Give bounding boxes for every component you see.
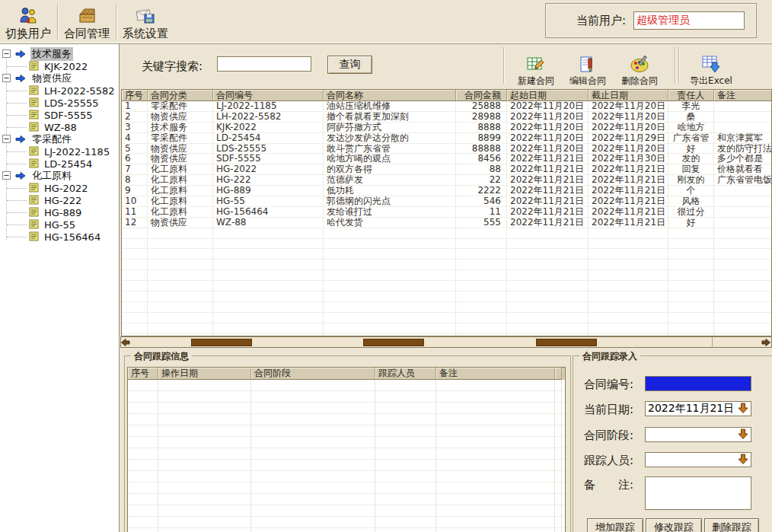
expand-minus-icon[interactable] xyxy=(2,135,11,143)
delete-contract-button[interactable]: 删除合同 xyxy=(614,47,665,87)
contract-row[interactable]: 2物资供应LH-2022-5582撤个看就看更加深刻289882022年11月2… xyxy=(122,112,771,123)
column-header[interactable]: 序号 xyxy=(122,90,148,101)
column-header[interactable]: 备注 xyxy=(714,90,772,101)
column-header[interactable] xyxy=(555,368,562,380)
contract-row[interactable] xyxy=(122,270,771,281)
current-date-field[interactable] xyxy=(645,401,751,416)
tracking-row[interactable] xyxy=(128,380,565,391)
tracker-select[interactable] xyxy=(645,452,751,467)
switch-user-button[interactable]: 切换用户 xyxy=(0,0,56,43)
tree-node-lds-25555[interactable]: LDS-25555 xyxy=(0,97,119,109)
horizontal-scrollbar[interactable] xyxy=(120,336,772,348)
tree-category-2[interactable]: 物资供应 xyxy=(0,72,119,84)
contract-row[interactable]: 7化工原料HG-2022的双方各得882022年11月21日2022年11月21… xyxy=(122,164,771,175)
modify-tracking-button[interactable]: 修改跟踪 xyxy=(646,518,702,532)
tracking-row[interactable] xyxy=(128,460,565,471)
remark-textarea[interactable] xyxy=(645,476,751,510)
tree-category-10[interactable]: 化工原料 xyxy=(0,170,119,182)
column-header[interactable]: 跟踪人员 xyxy=(375,368,436,380)
contract-row[interactable]: 9化工原料HG-889低功耗22222022年11月21日2022年11月21日… xyxy=(122,186,771,196)
scrollbar-thumb[interactable] xyxy=(536,339,597,346)
tree-node-hg-156464[interactable]: HG-156464 xyxy=(0,231,119,243)
tree-node-hg-55[interactable]: HG-55 xyxy=(0,218,119,231)
tracking-row[interactable] xyxy=(128,528,565,532)
tree-node-ld-25454[interactable]: LD-25454 xyxy=(0,158,119,170)
contract-row[interactable] xyxy=(122,260,771,270)
tracking-row[interactable] xyxy=(128,505,565,517)
system-settings-button[interactable]: 系统设置 xyxy=(117,0,174,43)
contract-row[interactable] xyxy=(122,302,771,313)
tree-node-hg-889[interactable]: HG-889 xyxy=(0,206,119,218)
contract-row[interactable]: 10化工原料HG-55郭德纲的闪光点5462022年11月21日2022年11月… xyxy=(122,196,771,207)
tree-connector xyxy=(7,127,27,128)
expand-minus-icon[interactable] xyxy=(2,49,11,58)
tracker-dropdown-arrow-icon[interactable] xyxy=(738,454,748,465)
contract-row[interactable]: 3技术服务KJK-2022阿萨芬撒方式88882022年11月20日2022年1… xyxy=(122,123,771,133)
column-header[interactable]: 序号 xyxy=(128,368,158,380)
scrollbar-thumb[interactable] xyxy=(363,339,424,346)
tree-category-0[interactable]: 技术服务 xyxy=(0,48,119,60)
column-header[interactable]: 起始日期 xyxy=(507,90,589,101)
contract-row[interactable]: 1零采配件LJ-2022-1185油站压缩机维修258882022年11月20日… xyxy=(122,101,771,112)
current-user-input[interactable] xyxy=(633,11,745,30)
expand-minus-icon[interactable] xyxy=(2,74,11,82)
contract-row[interactable]: 5物资供应LDS-25555敢斗赏广东省管888882022年11月20日202… xyxy=(122,144,771,155)
column-header[interactable]: 责任人 xyxy=(668,90,714,101)
tracking-row[interactable] xyxy=(128,425,565,437)
scroll-left-icon[interactable] xyxy=(120,337,131,348)
delete-tracking-button[interactable]: 删除跟踪 xyxy=(704,518,759,532)
stage-dropdown-arrow-icon[interactable] xyxy=(738,428,748,440)
tracking-row[interactable] xyxy=(128,448,565,460)
tracking-row[interactable] xyxy=(128,494,565,505)
tree-node-hg-2022[interactable]: HG-2022 xyxy=(0,182,119,194)
tree-node-wz-88[interactable]: WZ-88 xyxy=(0,121,119,133)
tree-node-hg-222[interactable]: HG-222 xyxy=(0,194,119,206)
tree-node-kjk-2022[interactable]: KJK-2022 xyxy=(0,60,119,72)
scrollbar-thumb[interactable] xyxy=(191,339,252,346)
contract-row[interactable] xyxy=(122,313,771,323)
column-header[interactable]: 合同金额 xyxy=(456,90,507,101)
column-header[interactable]: 操作日期 xyxy=(158,368,251,380)
contract-row[interactable]: 12物资供应WZ-88哈代发货5552022年11月21日2022年11月21日… xyxy=(122,218,771,228)
contract-row[interactable]: 4零采配件LD-25454发达沙发萨达分散的88992022年11月20日202… xyxy=(122,133,771,144)
scroll-right-icon[interactable] xyxy=(761,337,772,348)
tracking-row[interactable] xyxy=(128,517,565,528)
tree-node-lj-2022-1185[interactable]: LJ-2022-1185 xyxy=(0,145,119,158)
keyword-search-input[interactable] xyxy=(217,56,311,72)
contract-row[interactable] xyxy=(122,228,771,239)
column-header[interactable]: 合同编号 xyxy=(213,90,324,101)
column-header[interactable]: 截止日期 xyxy=(589,90,668,101)
tree-category-7[interactable]: 零采配件 xyxy=(0,133,119,145)
contract-stage-select[interactable] xyxy=(645,427,751,442)
contract-row[interactable] xyxy=(122,281,771,291)
column-header[interactable]: 合同阶段 xyxy=(251,368,375,380)
contract-row[interactable] xyxy=(122,323,771,334)
tracking-row[interactable] xyxy=(128,414,565,425)
tree-node-sdf-5555[interactable]: SDF-5555 xyxy=(0,109,119,121)
tracking-cell xyxy=(436,483,555,493)
column-header[interactable]: 备注 xyxy=(436,368,555,380)
tracking-row[interactable] xyxy=(128,483,565,494)
contract-row[interactable]: 6物资供应SDF-5555啥地方喝的观点84562022年11月21日2022年… xyxy=(122,154,771,164)
column-header[interactable]: 合同分类 xyxy=(148,90,213,101)
tracking-row[interactable] xyxy=(128,471,565,483)
contract-row[interactable]: 11化工原料HG-156464发给谁打过112022年11月21日2022年11… xyxy=(122,207,771,218)
contract-row[interactable] xyxy=(122,239,771,250)
tracking-row[interactable] xyxy=(128,391,565,403)
date-dropdown-arrow-icon[interactable] xyxy=(738,403,748,414)
query-button[interactable]: 查询 xyxy=(327,56,372,74)
contract-no-field[interactable] xyxy=(645,376,751,391)
column-header[interactable]: 合同名称 xyxy=(324,90,456,101)
tracking-row[interactable] xyxy=(128,437,565,448)
edit-contract-button[interactable]: 编辑合同 xyxy=(563,47,613,87)
tracking-row[interactable] xyxy=(128,403,565,414)
new-contract-button[interactable]: 新建合同 xyxy=(511,47,561,87)
contract-row[interactable] xyxy=(122,249,771,260)
export-excel-button[interactable]: 导出Excel xyxy=(684,47,739,87)
contract-row[interactable]: 8化工原料HG-222范德萨发222022年11月21日2022年11月21日刚… xyxy=(122,175,771,186)
expand-minus-icon[interactable] xyxy=(2,171,11,180)
contract-row[interactable] xyxy=(122,291,771,302)
contract-management-button[interactable]: 合同管理 xyxy=(59,0,115,43)
tree-node-lh-2022-5582[interactable]: LH-2022-5582 xyxy=(0,84,119,97)
add-tracking-button[interactable]: 增加跟踪 xyxy=(587,518,643,532)
